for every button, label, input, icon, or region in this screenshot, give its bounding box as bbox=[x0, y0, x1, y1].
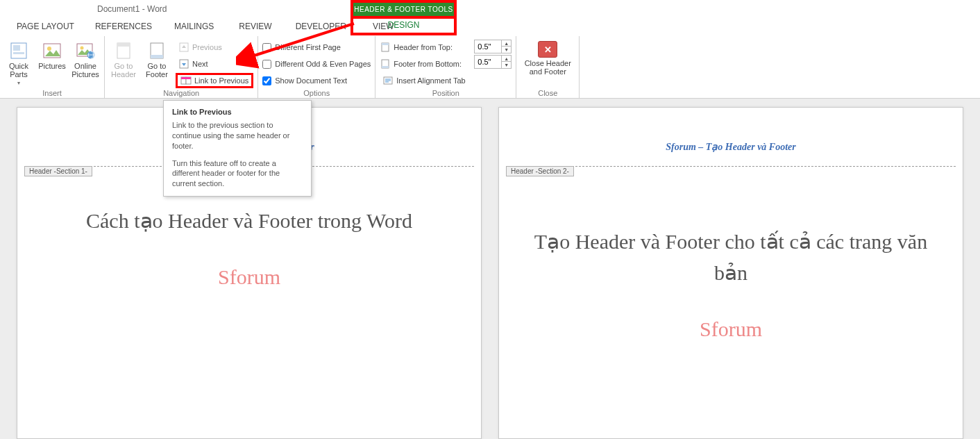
goto-footer-button[interactable]: Go to Footer bbox=[142, 40, 171, 78]
previous-label: Previous bbox=[192, 43, 222, 51]
page-1-brand: Sforum bbox=[17, 265, 481, 289]
goto-header-icon bbox=[114, 41, 133, 60]
footer-from-bottom-label: Footer from Bottom: bbox=[394, 60, 462, 68]
tab-developer[interactable]: DEVELOPER bbox=[289, 17, 353, 35]
document-canvas: Sforum – Tạo Header và Footer Header -Se… bbox=[0, 99, 980, 439]
tab-references[interactable]: REFERENCES bbox=[88, 17, 159, 35]
quick-parts-label: Quick Parts bbox=[4, 62, 33, 78]
group-options: Different First Page Different Odd & Eve… bbox=[258, 36, 375, 99]
group-navigation-label: Navigation bbox=[109, 89, 253, 99]
svg-rect-19 bbox=[382, 43, 389, 45]
goto-header-button[interactable]: Go to Header bbox=[109, 40, 138, 78]
ribbon-tabs: PAGE LAYOUT REFERENCES MAILINGS REVIEW D… bbox=[0, 17, 980, 36]
page-2-brand: Sforum bbox=[499, 317, 963, 341]
footer-bottom-spinner[interactable]: ▲▼ bbox=[474, 55, 512, 69]
footer-bottom-icon bbox=[380, 58, 391, 69]
online-pictures-label: Online Pictures bbox=[71, 62, 100, 78]
group-position-label: Position bbox=[380, 89, 512, 99]
next-icon bbox=[178, 58, 189, 69]
svg-rect-9 bbox=[117, 43, 130, 47]
goto-footer-label: Go to Footer bbox=[142, 62, 171, 78]
spinner-down-icon[interactable]: ▼ bbox=[502, 47, 511, 53]
dropdown-icon: ▾ bbox=[17, 80, 20, 86]
different-first-page-input[interactable] bbox=[262, 43, 271, 52]
header-top-input[interactable] bbox=[475, 42, 501, 51]
goto-footer-icon bbox=[147, 41, 167, 60]
spinner-down-icon[interactable]: ▼ bbox=[502, 62, 511, 68]
page-2-section-tag: Header -Section 2- bbox=[506, 166, 574, 176]
pictures-icon bbox=[42, 41, 62, 60]
tooltip-text-1: Link to the previous section to continue… bbox=[172, 120, 303, 151]
quick-parts-button[interactable]: Quick Parts ▾ bbox=[4, 40, 33, 86]
next-button[interactable]: Next bbox=[176, 56, 253, 72]
different-first-page-checkbox[interactable]: Different First Page bbox=[262, 40, 371, 55]
online-pictures-button[interactable]: Online Pictures bbox=[71, 40, 100, 78]
spinner-up-icon[interactable]: ▲ bbox=[502, 40, 511, 47]
spinner-up-icon[interactable]: ▲ bbox=[502, 56, 511, 62]
svg-rect-16 bbox=[181, 77, 186, 79]
page-1-title: Cách tạo Header và Footer trong Word bbox=[17, 205, 481, 236]
close-icon: ✕ bbox=[538, 41, 557, 58]
link-to-previous-button[interactable]: Link to Previous bbox=[176, 73, 253, 88]
svg-rect-1 bbox=[13, 45, 20, 51]
group-insert: Quick Parts ▾ Pictures Online Pictures I… bbox=[0, 36, 105, 99]
svg-rect-21 bbox=[382, 66, 389, 68]
tooltip-text-2: Turn this feature off to create a differ… bbox=[172, 158, 303, 190]
group-options-label: Options bbox=[262, 89, 371, 99]
previous-button[interactable]: Previous bbox=[176, 40, 253, 55]
different-odd-even-checkbox[interactable]: Different Odd & Even Pages bbox=[262, 56, 371, 72]
page-1-section-tag: Header -Section 1- bbox=[24, 166, 92, 176]
different-odd-even-label: Different Odd & Even Pages bbox=[275, 60, 371, 68]
tab-page-layout[interactable]: PAGE LAYOUT bbox=[10, 17, 81, 35]
different-first-page-label: Different First Page bbox=[275, 43, 341, 51]
context-tab-header-footer-tools: HEADER & FOOTER TOOLS bbox=[350, 0, 457, 16]
svg-point-4 bbox=[47, 47, 51, 51]
link-to-previous-icon bbox=[180, 75, 192, 86]
tab-mailings[interactable]: MAILINGS bbox=[167, 17, 221, 35]
goto-header-label: Go to Header bbox=[109, 62, 138, 78]
group-close-label: Close bbox=[521, 89, 575, 99]
svg-rect-11 bbox=[151, 55, 163, 58]
group-insert-label: Insert bbox=[4, 89, 100, 99]
document-title: Document1 - Word bbox=[97, 4, 167, 14]
header-top-icon bbox=[380, 42, 391, 53]
link-to-previous-label: Link to Previous bbox=[194, 76, 248, 85]
footer-bottom-input[interactable] bbox=[475, 58, 501, 66]
show-document-text-label: Show Document Text bbox=[275, 76, 347, 85]
svg-rect-2 bbox=[13, 52, 24, 54]
previous-icon bbox=[178, 42, 189, 53]
header-top-spinner[interactable]: ▲▼ bbox=[474, 40, 512, 53]
link-to-previous-tooltip: Link to Previous Link to the previous se… bbox=[163, 100, 312, 197]
svg-point-6 bbox=[81, 47, 84, 50]
different-odd-even-input[interactable] bbox=[262, 60, 271, 69]
group-position: Header from Top: Footer from Bottom: Ins… bbox=[375, 36, 516, 99]
page-2-header[interactable]: Sforum – Tạo Header và Footer bbox=[499, 141, 963, 153]
tab-review[interactable]: REVIEW bbox=[232, 17, 278, 35]
quick-parts-icon bbox=[9, 41, 28, 60]
page-2-title: Tạo Header và Footer cho tất cả các tran… bbox=[499, 205, 963, 288]
next-label: Next bbox=[192, 60, 208, 68]
insert-alignment-tab-button[interactable]: Insert Alignment Tab bbox=[380, 73, 470, 88]
ribbon: Quick Parts ▾ Pictures Online Pictures I… bbox=[0, 36, 980, 99]
online-pictures-icon bbox=[76, 41, 95, 60]
alignment-tab-icon bbox=[382, 75, 394, 86]
insert-alignment-tab-label: Insert Alignment Tab bbox=[396, 76, 465, 85]
svg-rect-17 bbox=[186, 77, 191, 79]
close-header-footer-label: Close Header and Footer bbox=[523, 59, 572, 76]
header-from-top-label: Header from Top: bbox=[394, 43, 453, 51]
pictures-label: Pictures bbox=[38, 62, 66, 70]
page-2[interactable]: Sforum – Tạo Header và Footer Header -Se… bbox=[498, 107, 963, 439]
group-navigation: Go to Header Go to Footer Previous bbox=[105, 36, 258, 99]
show-document-text-checkbox[interactable]: Show Document Text bbox=[262, 73, 371, 88]
group-close: ✕ Close Header and Footer Close bbox=[516, 36, 580, 99]
tab-design[interactable]: DESIGN bbox=[350, 16, 457, 35]
close-header-footer-button[interactable]: ✕ Close Header and Footer bbox=[523, 40, 572, 76]
pictures-button[interactable]: Pictures bbox=[37, 40, 67, 70]
show-document-text-input[interactable] bbox=[262, 76, 271, 85]
tooltip-title: Link to Previous bbox=[172, 108, 303, 116]
